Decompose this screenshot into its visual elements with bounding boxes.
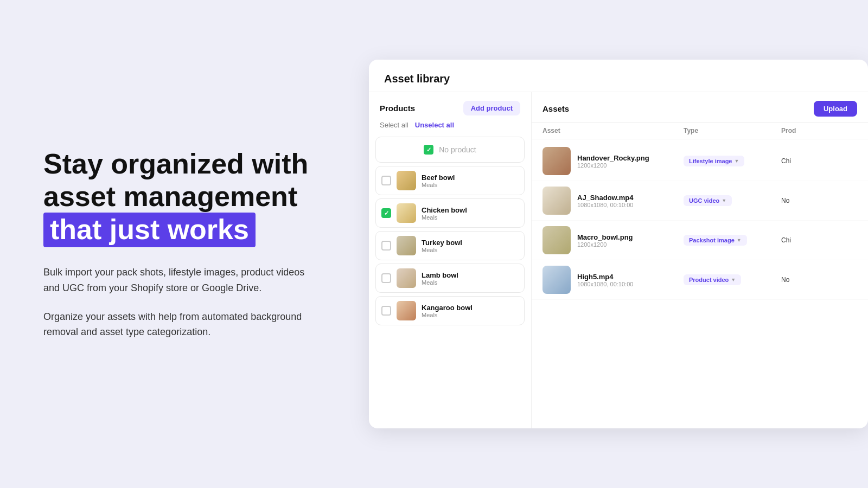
assets-header: Assets Upload [532,92,868,123]
product-item-beef-bowl[interactable]: Beef bowl Meals [375,166,525,195]
chevron-icon: ▼ [734,158,739,164]
product-category-lamb-bowl: Meals [422,279,519,286]
checkbox-no-product[interactable] [424,145,433,155]
product-info-lamb-bowl: Lamb bowl Meals [422,271,519,286]
select-all-link[interactable]: Select all [380,121,409,129]
hero-title: Stay organized with asset management tha… [43,148,315,247]
asset-filename-macro-bowl: Macro_bowl.png [577,233,633,241]
asset-list: Handover_Rocky.png 1200x1200 Lifestyle i… [532,139,868,428]
checkbox-turkey-bowl[interactable] [381,241,391,251]
col-prod-header: Prod [781,127,857,134]
chevron-icon-aj: ▼ [722,198,726,203]
product-name-chicken-bowl: Chicken bowl [422,206,519,214]
asset-type-aj-shadow[interactable]: UGC video ▼ [684,195,781,206]
asset-details-high5: High5.mp4 1080x1080, 00:10:00 [577,273,633,287]
product-info-chicken-bowl: Chicken bowl Meals [422,206,519,221]
product-item-kangaroo-bowl[interactable]: Kangaroo bowl Meals [375,296,525,325]
type-badge-aj-shadow[interactable]: UGC video ▼ [684,195,732,206]
type-badge-macro-bowl[interactable]: Packshot image ▼ [684,235,747,246]
product-thumb-kangaroo-bowl [397,301,416,320]
product-thumb-turkey-bowl [397,236,416,255]
product-item-turkey-bowl[interactable]: Turkey bowl Meals [375,231,525,260]
asset-meta-macro-bowl: 1200x1200 [577,241,633,248]
asset-thumb-macro-bowl [542,226,571,254]
no-product-label: No product [439,145,476,154]
asset-row-macro-bowl: Macro_bowl.png 1200x1200 Packshot image … [532,221,868,260]
product-category-chicken-bowl: Meals [422,214,519,221]
asset-type-macro-bowl[interactable]: Packshot image ▼ [684,235,781,246]
type-badge-high5[interactable]: Product video ▼ [684,274,741,285]
asset-library-card: Asset library Products Add product Selec… [369,60,868,428]
title-line2: asset management [43,181,297,212]
asset-row-handover-rocky: Handover_Rocky.png 1200x1200 Lifestyle i… [532,142,868,181]
select-row: Select all Unselect all [369,121,531,134]
product-info-kangaroo-bowl: Kangaroo bowl Meals [422,304,519,318]
product-info-turkey-bowl: Turkey bowl Meals [422,239,519,253]
title-highlight: that just works [43,213,256,247]
asset-filename-handover-rocky: Handover_Rocky.png [577,154,649,162]
asset-info-handover-rocky: Handover_Rocky.png 1200x1200 [542,147,684,175]
asset-row-high5: High5.mp4 1080x1080, 00:10:00 Product vi… [532,260,868,300]
product-category-beef-bowl: Meals [422,182,519,188]
asset-thumb-high5 [542,266,571,294]
card-title: Asset library [384,73,450,85]
asset-type-high5[interactable]: Product video ▼ [684,274,781,285]
product-name-beef-bowl: Beef bowl [422,174,519,182]
product-category-kangaroo-bowl: Meals [422,312,519,318]
product-thumb-chicken-bowl [397,203,416,223]
product-thumb-lamb-bowl [397,268,416,288]
asset-prod-aj-shadow: No [781,197,857,204]
chevron-icon-high5: ▼ [731,277,736,282]
products-panel: Products Add product Select all Unselect… [369,92,532,428]
asset-info-high5: High5.mp4 1080x1080, 00:10:00 [542,266,684,294]
asset-meta-high5: 1080x1080, 00:10:00 [577,281,633,287]
right-panel: Asset library Products Add product Selec… [358,0,868,488]
product-item-lamb-bowl[interactable]: Lamb bowl Meals [375,264,525,293]
title-line1: Stay organized with [43,148,308,179]
card-body: Products Add product Select all Unselect… [369,92,868,428]
left-panel: Stay organized with asset management tha… [0,115,358,373]
product-info-beef-bowl: Beef bowl Meals [422,174,519,188]
product-list: No product Beef bowl Meals [369,134,531,428]
product-item-no-product[interactable]: No product [375,137,525,163]
type-badge-handover-rocky[interactable]: Lifestyle image ▼ [684,156,744,166]
asset-thumb-handover-rocky [542,147,571,175]
products-title: Products [380,104,415,113]
chevron-icon-macro: ▼ [737,237,742,243]
product-name-lamb-bowl: Lamb bowl [422,271,519,279]
asset-info-aj-shadow: AJ_Shadow.mp4 1080x1080, 00:10:00 [542,187,684,215]
product-name-turkey-bowl: Turkey bowl [422,239,519,247]
asset-type-handover-rocky[interactable]: Lifestyle image ▼ [684,156,781,166]
asset-filename-aj-shadow: AJ_Shadow.mp4 [577,194,634,202]
asset-prod-high5: No [781,276,857,284]
assets-table-header: Asset Type Prod [532,123,868,139]
asset-details-handover-rocky: Handover_Rocky.png 1200x1200 [577,154,649,169]
checkbox-lamb-bowl[interactable] [381,273,391,283]
unselect-all-link[interactable]: Unselect all [415,121,454,129]
description-1: Bulk import your pack shots, lifestyle i… [43,265,315,296]
card-header: Asset library [369,60,868,92]
assets-panel: Assets Upload Asset Type Prod Handover_R… [532,92,868,428]
product-item-chicken-bowl[interactable]: Chicken bowl Meals [375,198,525,228]
asset-details-aj-shadow: AJ_Shadow.mp4 1080x1080, 00:10:00 [577,194,634,208]
asset-details-macro-bowl: Macro_bowl.png 1200x1200 [577,233,633,248]
upload-button[interactable]: Upload [814,101,857,117]
checkbox-kangaroo-bowl[interactable] [381,306,391,316]
asset-thumb-aj-shadow [542,187,571,215]
product-name-kangaroo-bowl: Kangaroo bowl [422,304,519,312]
asset-prod-handover-rocky: Chi [781,157,857,165]
add-product-button[interactable]: Add product [463,101,520,115]
product-category-turkey-bowl: Meals [422,247,519,253]
col-asset-header: Asset [542,127,684,134]
products-header: Products Add product [369,92,531,121]
product-thumb-beef-bowl [397,171,416,190]
asset-meta-handover-rocky: 1200x1200 [577,162,649,169]
asset-meta-aj-shadow: 1080x1080, 00:10:00 [577,202,634,208]
asset-filename-high5: High5.mp4 [577,273,633,281]
asset-prod-macro-bowl: Chi [781,236,857,244]
description-2: Organize your assets with help from auto… [43,309,315,341]
col-type-header: Type [684,127,781,134]
checkbox-chicken-bowl[interactable] [381,208,391,218]
asset-info-macro-bowl: Macro_bowl.png 1200x1200 [542,226,684,254]
checkbox-beef-bowl[interactable] [381,176,391,185]
